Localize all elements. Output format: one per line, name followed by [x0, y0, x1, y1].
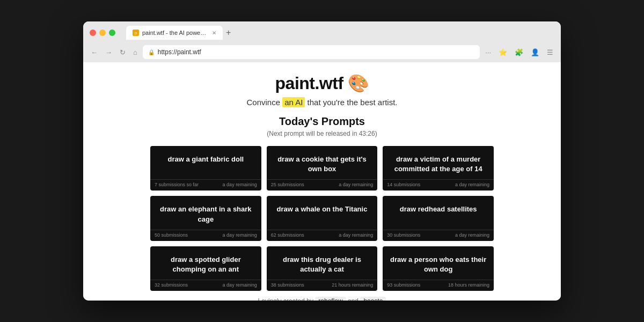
forward-button[interactable]: →	[103, 47, 114, 57]
prompt-text: draw a whale on the Titanic	[267, 196, 378, 229]
prompt-time: 18 hours remaining	[448, 282, 489, 288]
title-bar: p paint.wtf - the AI powered dra... ✕ +	[83, 21, 561, 43]
prompt-meta: 93 submissions18 hours remaining	[383, 280, 494, 291]
back-button[interactable]: ←	[89, 47, 100, 57]
browser-chrome: p paint.wtf - the AI powered dra... ✕ + …	[83, 21, 561, 62]
lock-icon: 🔒	[148, 49, 155, 55]
url-text: https://paint.wtf	[158, 48, 201, 56]
prompt-card[interactable]: draw a whale on the Titanic62 submission…	[267, 196, 378, 240]
nav-bar: ← → ↻ ⌂ 🔒 https://paint.wtf ··· ⭐ 🧩 👤 ☰	[83, 43, 561, 62]
prompt-submissions: 30 submissions	[387, 232, 420, 238]
prompt-meta: 14 submissionsa day remaining	[383, 179, 494, 191]
reload-button[interactable]: ↻	[118, 47, 128, 57]
prompt-card[interactable]: draw a spotted glider chomping on an ant…	[150, 246, 261, 291]
prompt-meta: 25 submissionsa day remaining	[267, 179, 378, 191]
traffic-lights	[90, 30, 115, 36]
prompts-section: Today's Prompts (Next prompt will be rel…	[105, 115, 539, 291]
traffic-light-green[interactable]	[109, 30, 115, 36]
prompt-submissions: 93 submissions	[387, 282, 420, 288]
footer-text-middle: and	[346, 297, 361, 301]
tab-bar: p paint.wtf - the AI powered dra... ✕ +	[126, 26, 554, 40]
prompt-time: a day remaining	[223, 182, 257, 187]
prompt-submissions: 25 submissions	[271, 182, 304, 187]
prompt-submissions: 38 submissions	[271, 282, 304, 288]
prompt-time: a day remaining	[223, 282, 257, 288]
prompt-text: draw an elephant in a shark cage	[150, 196, 261, 229]
prompts-grid: draw a giant fabric doll7 submissions so…	[150, 146, 494, 291]
footer-text-before: Lovingly created by	[258, 297, 316, 301]
prompt-time: a day remaining	[339, 232, 373, 238]
page-content: paint.wtf 🎨 Convince an AI that you're t…	[83, 62, 561, 301]
site-header: paint.wtf 🎨 Convince an AI that you're t…	[105, 73, 539, 107]
traffic-light-red[interactable]	[90, 30, 96, 36]
prompt-time: a day remaining	[339, 182, 373, 187]
prompt-card[interactable]: draw redhead satellites30 submissionsa d…	[383, 196, 494, 240]
prompt-meta: 62 submissionsa day remaining	[267, 230, 378, 241]
prompt-card[interactable]: draw a person who eats their own dog93 s…	[383, 246, 494, 291]
subtitle-after: that you're the best artist.	[305, 98, 397, 107]
tab-favicon: p	[133, 30, 139, 36]
prompt-text: draw a spotted glider chomping on an ant	[150, 246, 261, 280]
extensions-button[interactable]: 🧩	[513, 47, 525, 57]
more-button[interactable]: ···	[483, 47, 493, 57]
home-button[interactable]: ⌂	[131, 47, 140, 57]
prompt-submissions: 14 submissions	[387, 182, 420, 187]
prompt-time: a day remaining	[223, 232, 257, 238]
browser-window: p paint.wtf - the AI powered dra... ✕ + …	[83, 21, 561, 301]
prompt-text: draw a victim of a murder committed at t…	[383, 146, 494, 179]
prompt-text: draw this drug dealer is actually a cat	[267, 246, 378, 280]
new-tab-button[interactable]: +	[223, 28, 234, 38]
prompt-card[interactable]: draw a victim of a murder committed at t…	[383, 146, 494, 191]
prompt-meta: 50 submissionsa day remaining	[150, 230, 261, 241]
prompt-meta: 38 submissions21 hours remaining	[267, 280, 378, 291]
subtitle-before: Convince	[246, 98, 282, 107]
active-tab[interactable]: p paint.wtf - the AI powered dra... ✕	[126, 26, 223, 40]
prompt-submissions: 50 submissions	[155, 232, 188, 238]
menu-button[interactable]: ☰	[545, 47, 555, 57]
prompt-text: draw redhead satellites	[383, 196, 494, 229]
prompt-time: a day remaining	[455, 182, 489, 187]
prompt-submissions: 62 submissions	[271, 232, 304, 238]
subtitle-highlight: an AI	[282, 97, 305, 107]
footer: Lovingly created by roboflow and booste	[105, 297, 539, 301]
traffic-light-yellow[interactable]	[99, 30, 106, 36]
prompt-card[interactable]: draw this drug dealer is actually a cat3…	[267, 246, 378, 291]
prompt-time: a day remaining	[455, 232, 489, 238]
tab-close-button[interactable]: ✕	[212, 30, 216, 36]
prompt-meta: 7 submissions so fara day remaining	[150, 179, 261, 191]
nav-actions: ··· ⭐ 🧩 👤 ☰	[483, 47, 555, 57]
prompts-subtitle: (Next prompt will be released in 43:26)	[105, 130, 539, 137]
prompt-text: draw a giant fabric doll	[150, 146, 261, 179]
prompt-submissions: 7 submissions so far	[155, 182, 199, 187]
site-subtitle: Convince an AI that you're the best arti…	[105, 98, 539, 107]
tab-title: paint.wtf - the AI powered dra...	[142, 30, 207, 36]
prompt-meta: 32 submissionsa day remaining	[150, 280, 261, 291]
prompt-meta: 30 submissionsa day remaining	[383, 230, 494, 241]
address-bar[interactable]: 🔒 https://paint.wtf	[143, 45, 480, 59]
prompt-time: 21 hours remaining	[332, 282, 373, 288]
footer-link-booste[interactable]: booste	[360, 297, 386, 301]
bookmark-button[interactable]: ⭐	[496, 47, 509, 57]
prompt-text: draw a cookie that gets it's own box	[267, 146, 378, 179]
prompt-submissions: 32 submissions	[155, 282, 188, 288]
prompt-text: draw a person who eats their own dog	[383, 246, 494, 280]
prompt-card[interactable]: draw a cookie that gets it's own box25 s…	[267, 146, 378, 191]
prompts-title: Today's Prompts	[105, 115, 539, 128]
prompt-card[interactable]: draw a giant fabric doll7 submissions so…	[150, 146, 261, 191]
site-title: paint.wtf 🎨	[105, 73, 539, 93]
footer-link-roboflow[interactable]: roboflow	[315, 297, 346, 301]
profile-button[interactable]: 👤	[529, 47, 541, 57]
prompt-card[interactable]: draw an elephant in a shark cage50 submi…	[150, 196, 261, 240]
